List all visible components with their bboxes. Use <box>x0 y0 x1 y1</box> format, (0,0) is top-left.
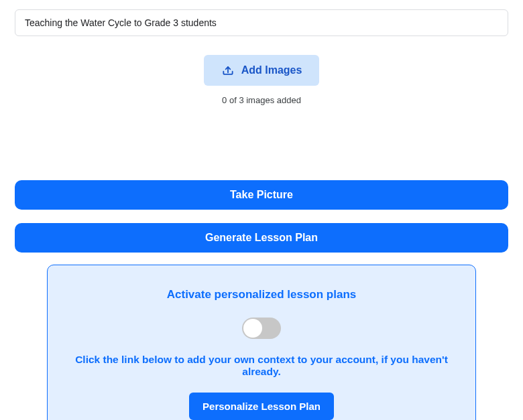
personalize-panel-subtitle: Click the link below to add your own con… <box>62 354 461 378</box>
take-picture-button[interactable]: Take Picture <box>15 180 508 210</box>
images-count-text: 0 of 3 images added <box>15 95 508 105</box>
toggle-wrap <box>62 318 461 339</box>
add-images-container: Add Images <box>15 55 508 86</box>
add-images-button[interactable]: Add Images <box>204 55 320 86</box>
generate-lesson-plan-button[interactable]: Generate Lesson Plan <box>15 223 508 253</box>
add-images-label: Add Images <box>241 64 302 76</box>
personalize-toggle[interactable] <box>242 318 281 339</box>
personalize-panel-title: Activate personalized lesson plans <box>62 288 461 301</box>
toggle-knob <box>243 319 262 338</box>
lesson-topic-input[interactable] <box>15 9 508 36</box>
personalize-panel: Activate personalized lesson plans Click… <box>47 265 476 420</box>
upload-icon <box>221 64 235 77</box>
action-buttons: Take Picture Generate Lesson Plan <box>15 180 508 253</box>
personalize-lesson-plan-button[interactable]: Personalize Lesson Plan <box>189 393 334 420</box>
